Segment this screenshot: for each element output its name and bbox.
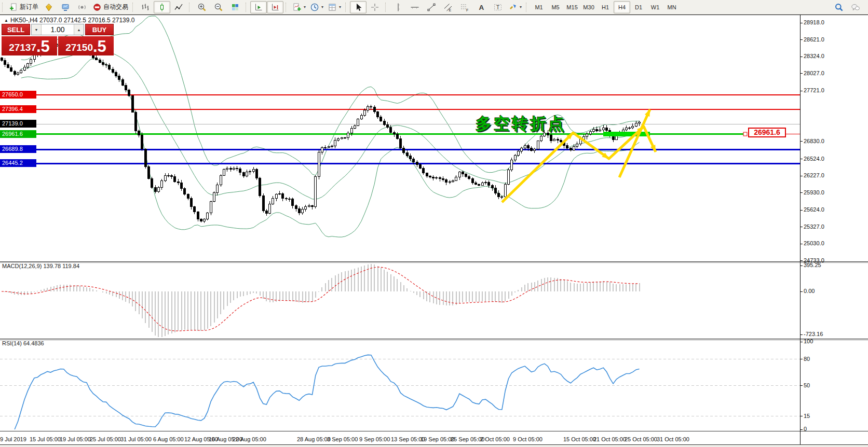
volume-stepper: ▼ 1.00 ▲ [31,24,84,35]
price-axis-tick: 27721.0 [804,87,824,93]
tf-h1[interactable]: H1 [597,1,614,13]
tf-m15-label: M15 [566,4,577,10]
signals-button[interactable] [74,1,90,13]
window-bottom-edge [0,444,868,447]
bull-bear-turning-point-annotation[interactable]: 多空转折点 [476,113,566,135]
auto-scroll-button[interactable] [250,1,267,13]
horizontal-line-button[interactable] [406,1,423,13]
crosshair-button[interactable] [367,1,383,13]
candlestick-chart-button-icon [157,3,167,12]
date-axis-label: 3 Sep 05:00 [327,436,358,442]
date-axis-label: 9 Oct 05:00 [513,436,542,442]
chat-button-icon [851,3,860,12]
date-axis-label: 25 Oct 05:00 [625,436,657,442]
dropdown-arrow-icon[interactable]: ▾ [339,5,341,9]
templates-button[interactable]: ▾ [326,1,343,13]
toolbar-group-handle [132,3,135,12]
market-watch-button[interactable] [57,1,74,13]
pivot-price-callout[interactable]: 26961.6 [748,128,786,137]
autotrading-button[interactable]: 自动交易 [90,1,130,13]
chart-shift-button[interactable] [267,1,283,13]
dropdown-arrow-icon[interactable]: ▾ [321,5,323,9]
symbol-triangle-icon: ▲ [4,18,8,23]
dropdown-arrow-icon[interactable]: ▾ [520,5,522,9]
tf-mn-label: MN [668,4,676,10]
horizontal-line-button-icon [410,3,419,12]
zoom-out-button[interactable] [210,1,227,13]
svg-text:T: T [496,4,499,10]
rsi-axis-tick: 100 [804,338,813,344]
auto-scroll-button-icon [254,3,263,12]
date-axis-label: 6 Aug 05:00 [153,436,184,442]
tf-m5[interactable]: M5 [547,1,564,13]
tf-h4-label: H4 [618,4,626,10]
chart-plot-area[interactable] [0,15,800,431]
arrows-button-icon [508,3,518,12]
sell-button[interactable]: SELL [2,24,30,35]
sell-price-button[interactable]: 27137.5 [2,36,57,55]
chart-symbol-period: HK50-,H4 [10,17,38,24]
sell-price-main: 27137 [9,41,36,54]
dropdown-arrow-icon[interactable]: ▾ [304,5,306,9]
price-axis-tick: 25930.0 [804,189,824,195]
label-button-icon: T [493,3,503,12]
templates-button-icon [328,3,337,12]
date-axis-label: 12 Aug 05:00 [184,436,218,442]
fibonacci-button[interactable]: F [456,1,473,13]
tile-windows-button[interactable] [227,1,243,13]
tf-m30-label: M30 [583,4,594,10]
arrows-button[interactable]: ▾ [506,1,524,13]
volume-down-icon[interactable]: ▼ [32,24,42,35]
bar-chart-button[interactable] [137,1,154,13]
toolbar-group-handle [189,3,192,12]
tf-d1[interactable]: D1 [630,1,647,13]
candlestick-chart-button[interactable] [154,1,170,13]
tf-mn[interactable]: MN [663,1,680,13]
chart-title: ▲HK50-,H4 27037.0 27142.5 27016.5 27139.… [4,17,134,24]
date-axis-label: 28 Aug 05:00 [297,436,331,442]
zoom-in-button-icon [197,3,207,12]
vertical-line-button[interactable] [390,1,406,13]
channel-button[interactable]: E [440,1,456,13]
rsi-axis-tick: 80 [804,356,810,362]
macd-axis-tick: -723.16 [804,331,823,337]
rsi-axis-tick: 15 [804,413,810,419]
tf-h4[interactable]: H4 [614,1,630,13]
volume-input[interactable]: 1.00 [42,24,74,35]
tf-m1[interactable]: M1 [531,1,547,13]
macd-axis-tick: 395.25 [804,262,821,268]
buy-button[interactable]: BUY [85,24,114,35]
tf-h1-label: H1 [602,4,609,10]
price-axis-tick: 25030.0 [804,240,824,246]
signals-button-icon [77,3,87,12]
buy-price-button[interactable]: 27150.5 [58,36,114,55]
main-toolbar: 新订单自动交易▾▾▾EFAT▾M1M5M15M30H1H4D1W1MN [0,0,868,15]
new-order-button[interactable]: 新订单 [7,1,40,13]
toolbar-group-handle [2,3,5,12]
tf-w1[interactable]: W1 [647,1,663,13]
price-axis-tick: 24733.0 [804,257,824,263]
tf-m15[interactable]: M15 [564,1,580,13]
charts-button[interactable] [40,1,57,13]
line-chart-button[interactable] [170,1,187,13]
trendline-button[interactable] [423,1,440,13]
search-button[interactable] [831,1,847,13]
autotrading-button-label: 自动交易 [103,3,128,11]
date-axis-label: 31 Oct 05:00 [657,436,689,442]
volume-up-icon[interactable]: ▲ [74,24,84,35]
date-axis-label: 22 Aug 05:00 [233,436,266,442]
chat-button[interactable] [847,1,864,13]
rsi-axis-tick: 50 [804,382,810,388]
text-button[interactable]: A [473,1,490,13]
indicators-button[interactable]: ▾ [290,1,308,13]
zoom-in-button[interactable] [194,1,210,13]
price-axis-tick: 28918.0 [804,19,824,25]
cursor-button[interactable] [350,1,367,13]
label-button[interactable]: T [490,1,506,13]
date-axis-label: 19 Sep 05:00 [421,436,454,442]
crosshair-button-icon [370,3,379,12]
indicators-button-icon [292,3,302,12]
tf-m30[interactable]: M30 [580,1,597,13]
periods-button[interactable]: ▾ [308,1,326,13]
rsi-axis-tick: 0 [804,426,807,432]
